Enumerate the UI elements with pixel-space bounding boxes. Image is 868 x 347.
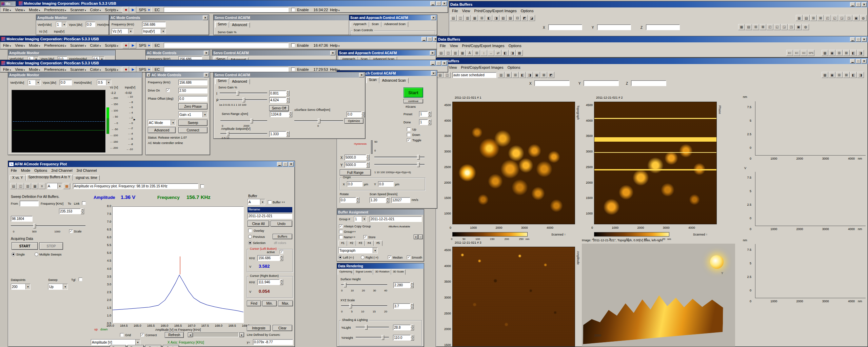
light-source-sphere[interactable] xyxy=(710,255,724,269)
script-stop-icon[interactable]: ■ xyxy=(122,66,129,73)
rendering-tab[interactable]: 3D Rotation xyxy=(373,269,391,275)
smooth-checkbox[interactable] xyxy=(407,256,411,259)
continue-button[interactable]: continue xyxy=(403,99,423,103)
sweep-direction-select[interactable]: Up xyxy=(48,284,68,290)
minimize-button[interactable]: ▁ xyxy=(430,1,435,6)
menu-item[interactable]: View xyxy=(13,7,27,12)
buffer-tab[interactable]: #3 xyxy=(356,241,365,246)
toolbar-icon[interactable]: ▤ xyxy=(745,24,752,30)
toolbar-icon[interactable]: ◍ xyxy=(802,24,809,30)
panel-titlebar[interactable]: Servo Control ACAFM✕ xyxy=(214,15,365,20)
phase-field[interactable]: 0.0 xyxy=(178,96,208,102)
toolbar-icon[interactable]: ▨ xyxy=(507,15,514,21)
menu-item[interactable]: Options xyxy=(506,65,522,70)
max-button[interactable]: Max. xyxy=(278,301,293,306)
menu-item[interactable]: Preferences xyxy=(42,67,68,72)
advanced-button[interactable]: Advanced xyxy=(148,127,176,133)
servo-range-field[interactable]: 1334.8 xyxy=(270,111,289,117)
titlebar[interactable]: Data Buffers ▁□✕ xyxy=(437,36,868,42)
menu-item[interactable]: View xyxy=(460,8,472,13)
integrate-button[interactable]: Integrate xyxy=(247,325,271,331)
light-field[interactable]: 28.8 xyxy=(393,325,411,330)
frequency-range-slider[interactable] xyxy=(11,223,85,229)
minimize-button[interactable]: ▁ xyxy=(850,37,855,42)
cursor-right-khz-field[interactable]: 111.946 xyxy=(257,279,280,285)
menu-item[interactable]: Scripts xyxy=(103,43,120,48)
channel2-select[interactable]: Input[V] xyxy=(142,28,166,34)
height-percent-field[interactable]: 110.0 xyxy=(393,335,411,341)
menu-item[interactable]: Print/Copy/Export Images xyxy=(460,43,506,48)
toolbar-icon[interactable]: ▦ xyxy=(32,183,38,189)
up-checkbox[interactable] xyxy=(407,127,411,131)
gain-select[interactable]: Gain x1 xyxy=(178,111,208,118)
group-plus-checkbox[interactable] xyxy=(339,230,343,233)
buffer-select[interactable]: A xyxy=(47,183,62,189)
rendering-tab[interactable]: 3D Scale xyxy=(391,269,406,275)
p-gain-slider[interactable] xyxy=(220,97,267,103)
buffer-tab[interactable]: #5 xyxy=(374,241,382,246)
surface-height-slider[interactable] xyxy=(341,282,387,288)
tab-servo[interactable]: Servo xyxy=(215,78,229,84)
x-coord-field[interactable] xyxy=(534,80,570,86)
panel-titlebar[interactable]: Amplitude Monitor xyxy=(8,72,142,78)
start-button[interactable]: START xyxy=(12,242,38,250)
tab-advanced-scan[interactable]: Advanced Scan xyxy=(379,78,409,83)
right-radio[interactable] xyxy=(361,256,364,259)
toolbar-icon[interactable]: ▦ xyxy=(471,15,478,21)
menu-item-ec[interactable]: EC xyxy=(153,43,162,48)
menu-item[interactable]: Mode xyxy=(27,67,42,72)
scale-button[interactable]: Scale xyxy=(163,345,179,347)
store-checkbox[interactable] xyxy=(363,235,367,239)
menu-item-help[interactable]: Help xyxy=(328,7,341,12)
toolbar-icon[interactable]: ▥ xyxy=(498,72,505,78)
overlay-checkbox[interactable] xyxy=(248,229,252,232)
toolbar-icon[interactable]: ⊞ xyxy=(512,72,519,78)
palette-icon[interactable]: ▩ xyxy=(63,183,70,189)
toolbar-icon[interactable]: ◨ xyxy=(857,50,864,56)
vpos-field[interactable]: 0.0 xyxy=(86,22,95,27)
buffer-letter-select[interactable]: A xyxy=(248,199,265,205)
y-coord-field[interactable] xyxy=(597,24,631,30)
panel-titlebar[interactable]: ▼AC Mode Controls✕ xyxy=(146,72,210,78)
multiple-radio[interactable] xyxy=(35,252,38,256)
toolbar-icon[interactable]: ▤ xyxy=(437,72,443,78)
tab[interactable]: Approach xyxy=(351,22,369,27)
tab-x-vs-y[interactable]: X vs. Y xyxy=(9,175,26,181)
toolbar-icon[interactable]: ▤ xyxy=(10,183,17,189)
mode-select[interactable]: AC Mode xyxy=(148,120,176,126)
p-gain-spinner[interactable]: ▲▼ xyxy=(286,97,290,103)
titlebar[interactable]: Data Buffers ▁□✕ xyxy=(449,1,868,7)
toolbar-icon[interactable]: ↕ xyxy=(480,50,487,56)
toolbar-icon[interactable]: ⊠ xyxy=(760,24,766,30)
menu-item[interactable]: Mode xyxy=(19,168,33,173)
toolbar-icon[interactable]: ◲ xyxy=(781,24,788,30)
approach-gauge[interactable] xyxy=(371,140,373,154)
toolbar-icon[interactable]: ◩ xyxy=(521,15,528,21)
collapse-icon[interactable]: ▼ xyxy=(147,73,151,77)
servo-range-spinner[interactable]: ▲▼ xyxy=(289,111,292,117)
toolbar-icon[interactable]: ◳ xyxy=(846,15,852,21)
menu-item[interactable]: File xyxy=(9,168,19,173)
toolbar-icon[interactable]: ≡ xyxy=(39,183,45,189)
toolbar-icon[interactable]: ⊠ xyxy=(540,72,547,78)
median-checkbox[interactable] xyxy=(388,256,392,259)
height-percent-slider[interactable] xyxy=(356,335,389,340)
toolbar-icon[interactable]: ⊠ xyxy=(843,50,850,56)
close-icon[interactable]: ✕ xyxy=(359,73,364,77)
minimize-button[interactable]: ▁ xyxy=(850,2,855,7)
script-run-icon[interactable]: ▶ xyxy=(130,42,136,48)
group-name-field[interactable]: 2011-12-21-021 xyxy=(370,216,422,222)
done-spinner[interactable]: ▲▼ xyxy=(428,119,431,125)
toolbar-checkbox[interactable] xyxy=(200,184,204,188)
z-coord-field[interactable] xyxy=(646,24,680,30)
surface-height-field[interactable]: 2.280 xyxy=(393,282,410,288)
tab[interactable]: Advanced Scan xyxy=(381,22,408,27)
find-button[interactable]: Find xyxy=(247,301,261,306)
xyz-scale-slider[interactable] xyxy=(341,303,387,309)
render3d-view[interactable]: 2000 Y xyxy=(582,244,735,347)
menu-item[interactable]: File xyxy=(438,43,448,48)
toggle-checkbox[interactable] xyxy=(407,138,411,142)
toolbar-icon[interactable]: ⇄ xyxy=(495,50,501,56)
clear-button[interactable]: Clear xyxy=(273,325,292,331)
menu-item[interactable]: Options xyxy=(32,168,49,173)
